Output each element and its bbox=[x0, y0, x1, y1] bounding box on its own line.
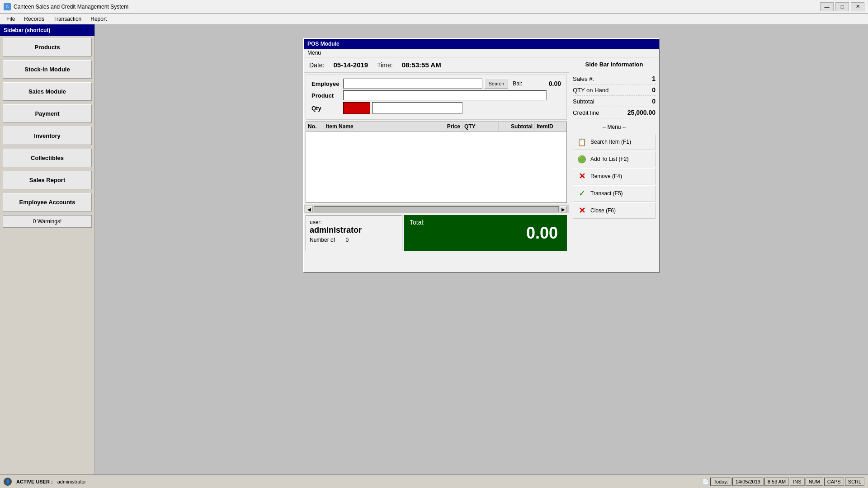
remove-icon: ✕ bbox=[577, 171, 587, 181]
sidebar-info-title: Side Bar Information bbox=[573, 61, 656, 70]
table-header: No. Item Name Price QTY Subtotal ItemID bbox=[306, 122, 566, 131]
bal-label: Bal: bbox=[513, 80, 522, 87]
sidebar-stock-in[interactable]: Stock-in Module bbox=[3, 60, 92, 79]
status-time: 8:53 AM bbox=[764, 478, 789, 486]
total-value: 0.00 bbox=[526, 224, 558, 243]
sidebar-employee-accounts[interactable]: Employee Accounts bbox=[3, 193, 92, 211]
subtotal-label: Subtotal bbox=[573, 98, 594, 105]
credit-line-row: Credit line 25,000.00 bbox=[573, 107, 656, 118]
pos-left-panel: Date: 05-14-2019 Time: 08:53:55 AM Emplo… bbox=[304, 57, 569, 253]
bal-value: 0.00 bbox=[525, 80, 561, 87]
employee-row: Employee Search Bal: 0.00 bbox=[311, 79, 561, 89]
warnings-button[interactable]: 0 Warnings! bbox=[3, 215, 92, 228]
doc-icon: 📄 bbox=[701, 478, 709, 486]
user-info-panel: user: administrator Number of 0 bbox=[306, 215, 402, 251]
app-icon: C bbox=[4, 3, 11, 10]
product-row: Product bbox=[311, 90, 561, 100]
remove-label: Remove (F4) bbox=[590, 173, 622, 179]
add-to-list-button[interactable]: 🟢 Add To List (F2) bbox=[573, 151, 656, 167]
num-indicator: NUM bbox=[806, 478, 823, 486]
title-bar: C Canteen Sales and Credit Management Sy… bbox=[0, 0, 868, 14]
menu-bar: File Records Transaction Report bbox=[0, 14, 868, 24]
employee-label: Employee bbox=[311, 80, 343, 87]
qty-row: Qty 1 0.00 bbox=[311, 102, 561, 114]
col-header-name: Item Name bbox=[324, 122, 426, 131]
col-header-no: No. bbox=[306, 122, 324, 131]
pos-sidebar: Side Bar Information Sales #. 1 QTY on H… bbox=[569, 57, 659, 253]
credit-line-value: 25,000.00 bbox=[627, 109, 656, 116]
sales-no-row: Sales #. 1 bbox=[573, 73, 656, 84]
main-layout: Sidebar (shortcut) Products Stock-in Mod… bbox=[0, 24, 868, 474]
search-item-icon: 📋 bbox=[577, 137, 587, 147]
sidebar-inventory[interactable]: Inventory bbox=[3, 127, 92, 145]
status-right: 📄 Today: 14/05/2019 8:53 AM INS NUM CAPS… bbox=[701, 478, 864, 486]
time-value: 08:53:55 AM bbox=[402, 61, 441, 69]
minimize-button[interactable]: — bbox=[820, 2, 834, 11]
sidebar-sales-report[interactable]: Sales Report bbox=[3, 171, 92, 189]
today-label: Today: bbox=[710, 478, 731, 486]
sidebar-sales[interactable]: Sales Module bbox=[3, 82, 92, 101]
add-to-list-icon: 🟢 bbox=[577, 154, 587, 164]
date-label: Date: bbox=[309, 61, 324, 69]
ins-indicator: INS bbox=[790, 478, 804, 486]
user-label: user: bbox=[310, 219, 398, 225]
menu-records[interactable]: Records bbox=[20, 15, 48, 23]
date-value: 05-14-2019 bbox=[333, 61, 368, 69]
scroll-track[interactable] bbox=[314, 206, 559, 212]
menu-report[interactable]: Report bbox=[87, 15, 110, 23]
product-label: Product bbox=[311, 92, 343, 99]
caps-indicator: CAPS bbox=[824, 478, 844, 486]
sidebar: Sidebar (shortcut) Products Stock-in Mod… bbox=[0, 24, 95, 474]
active-user-label: ACTIVE USER : bbox=[16, 479, 53, 484]
title-bar-controls: — □ ✕ bbox=[820, 2, 864, 11]
close-label: Close (F6) bbox=[590, 207, 616, 214]
employee-search-button[interactable]: Search bbox=[484, 79, 508, 89]
sidebar-header: Sidebar (shortcut) bbox=[0, 24, 94, 36]
maximize-button[interactable]: □ bbox=[835, 2, 849, 11]
pos-title: POS Module bbox=[304, 39, 659, 49]
col-header-subtotal: Subtotal bbox=[499, 122, 535, 131]
app-title: Canteen Sales and Credit Management Syst… bbox=[14, 4, 128, 10]
horizontal-scrollbar[interactable]: ◀ ▶ bbox=[304, 205, 569, 213]
total-label: Total: bbox=[410, 219, 425, 226]
transact-button[interactable]: ✓ Transact (F5) bbox=[573, 185, 656, 202]
user-name: administrator bbox=[310, 225, 398, 235]
col-header-price: Price bbox=[426, 122, 462, 131]
menu-section-title: -- Menu -- bbox=[573, 124, 656, 130]
pos-menu[interactable]: Menu bbox=[304, 49, 659, 57]
remove-button[interactable]: ✕ Remove (F4) bbox=[573, 168, 656, 184]
datetime-bar: Date: 05-14-2019 Time: 08:53:55 AM bbox=[304, 57, 569, 73]
credit-line-label: Credit line bbox=[573, 109, 599, 116]
qty-price-input[interactable]: 0.00 bbox=[372, 102, 462, 114]
close-pos-button[interactable]: ✕ Close (F6) bbox=[573, 202, 656, 219]
transact-icon: ✓ bbox=[577, 188, 587, 198]
sidebar-payment[interactable]: Payment bbox=[3, 104, 92, 123]
col-header-qty: QTY bbox=[462, 122, 499, 131]
sidebar-products[interactable]: Products bbox=[3, 38, 92, 56]
pos-form: Employee Search Bal: 0.00 Product bbox=[306, 75, 567, 120]
search-item-button[interactable]: 📋 Search Item (F1) bbox=[573, 134, 656, 150]
sidebar-collectibles[interactable]: Collectibles bbox=[3, 149, 92, 167]
close-icon: ✕ bbox=[577, 206, 587, 216]
menu-file[interactable]: File bbox=[3, 15, 19, 23]
scroll-right-arrow[interactable]: ▶ bbox=[560, 206, 567, 212]
active-user-value: administrator bbox=[57, 479, 86, 484]
qty-label: Qty bbox=[311, 105, 343, 112]
employee-input[interactable] bbox=[343, 79, 482, 89]
close-button[interactable]: ✕ bbox=[851, 2, 864, 11]
pos-footer: user: administrator Number of 0 Total: 0… bbox=[306, 215, 567, 251]
pos-body: Date: 05-14-2019 Time: 08:53:55 AM Emplo… bbox=[304, 57, 659, 253]
content-area: POS Module Menu Date: 05-14-2019 Time: 0… bbox=[95, 24, 868, 474]
add-to-list-label: Add To List (F2) bbox=[590, 156, 628, 162]
qty-input[interactable]: 1 bbox=[343, 102, 370, 114]
menu-transaction[interactable]: Transaction bbox=[50, 15, 85, 23]
scrl-indicator: SCRL bbox=[845, 478, 864, 486]
col-header-itemid: ItemID bbox=[535, 122, 566, 131]
number-of-value: 0 bbox=[345, 237, 349, 243]
product-input[interactable] bbox=[343, 90, 547, 100]
status-bar: 👤 ACTIVE USER : administrator 📄 Today: 1… bbox=[0, 474, 868, 488]
title-bar-left: C Canteen Sales and Credit Management Sy… bbox=[4, 3, 128, 10]
sales-no-value: 1 bbox=[652, 75, 656, 82]
qty-on-hand-label: QTY on Hand bbox=[573, 87, 609, 94]
scroll-left-arrow[interactable]: ◀ bbox=[306, 206, 313, 212]
